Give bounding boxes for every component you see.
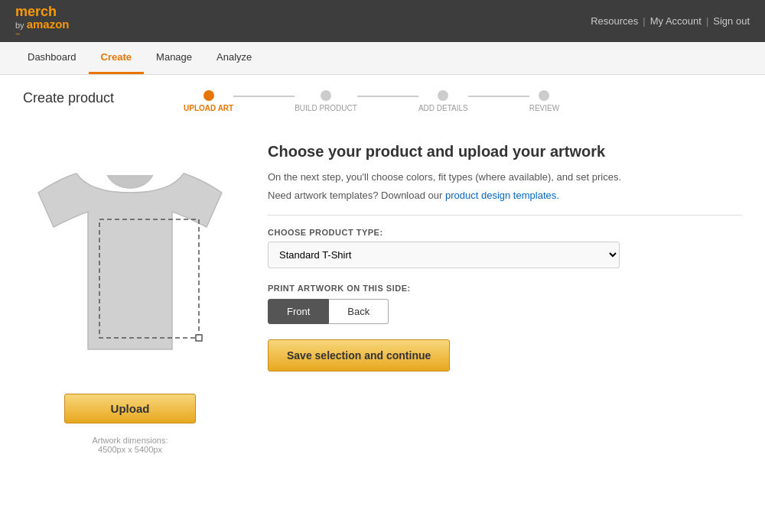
step-build-product: BUILD PRODUCT <box>295 90 357 112</box>
side-back-button[interactable]: Back <box>329 299 389 324</box>
description-1: On the next step, you'll choose colors, … <box>268 170 742 185</box>
design-templates-link[interactable]: product design templates. <box>445 190 559 201</box>
steps-bar: UPLOAD ART BUILD PRODUCT ADD DETAILS <box>184 90 742 112</box>
step-4-circle <box>539 90 549 101</box>
step-1-circle <box>203 90 214 101</box>
logo: merch by amazon ⌣ <box>15 5 69 37</box>
header-nav: Resources | My Account | Sign out <box>591 15 750 27</box>
step-2-circle <box>321 90 331 101</box>
upload-button[interactable]: Upload <box>64 394 197 423</box>
step-add-details: ADD DETAILS <box>418 90 468 112</box>
resources-link[interactable]: Resources <box>591 15 638 27</box>
artwork-dimensions: Artwork dimensions: 4500px x 5400px <box>92 436 168 454</box>
artwork-dims-label: Artwork dimensions: <box>92 436 168 445</box>
form-heading: Choose your product and upload your artw… <box>268 143 742 161</box>
sign-out-link[interactable]: Sign out <box>713 15 750 27</box>
step-1-label: UPLOAD ART <box>184 104 233 112</box>
logo-smile: ⌣ <box>15 30 69 37</box>
right-panel: Choose your product and upload your artw… <box>268 143 742 371</box>
header: merch by amazon ⌣ Resources | My Account… <box>0 0 765 42</box>
logo-merch: merch <box>15 5 69 18</box>
top-nav: Dashboard Create Manage Analyze <box>0 42 765 75</box>
step-2-label: BUILD PRODUCT <box>295 104 357 112</box>
step-line-2 <box>357 96 418 97</box>
my-account-link[interactable]: My Account <box>650 15 702 27</box>
save-selection-button[interactable]: Save selection and continue <box>268 339 450 371</box>
side-front-button[interactable]: Front <box>268 299 329 324</box>
main-content: Create product UPLOAD ART BUILD PRODUCT <box>0 75 765 469</box>
nav-manage[interactable]: Manage <box>144 42 204 74</box>
side-buttons: Front Back <box>268 299 742 324</box>
create-right: UPLOAD ART BUILD PRODUCT ADD DETAILS <box>184 90 742 135</box>
step-line-3 <box>468 96 529 97</box>
artwork-dims-value: 4500px x 5400px <box>92 445 168 454</box>
left-panel: Upload Artwork dimensions: 4500px x 5400… <box>23 143 237 454</box>
step-3-label: ADD DETAILS <box>418 104 468 112</box>
description-2-text: Need artwork templates? Download our <box>268 190 442 201</box>
step-line-1 <box>233 96 295 97</box>
create-left: Create product <box>23 90 176 122</box>
create-layout: Create product UPLOAD ART BUILD PRODUCT <box>23 90 742 135</box>
content-area: Upload Artwork dimensions: 4500px x 5400… <box>23 143 742 454</box>
page-title: Create product <box>23 90 176 106</box>
tshirt-preview <box>31 143 230 388</box>
product-type-select[interactable]: Standard T-Shirt Premium T-Shirt Long Sl… <box>268 242 620 268</box>
svg-rect-1 <box>196 335 202 341</box>
nav-create[interactable]: Create <box>89 42 144 74</box>
step-4-label: REVIEW <box>529 104 559 112</box>
nav-analyze[interactable]: Analyze <box>204 42 264 74</box>
divider <box>268 215 742 216</box>
tshirt-svg <box>31 143 230 388</box>
step-3-circle <box>438 90 448 101</box>
step-review: REVIEW <box>529 90 559 112</box>
print-side-label: PRINT ARTWORK ON THIS SIDE: <box>268 284 742 293</box>
logo-amazon: amazon <box>27 18 70 30</box>
choose-product-label: CHOOSE PRODUCT TYPE: <box>268 228 742 237</box>
step-upload-art: UPLOAD ART <box>184 90 233 112</box>
nav-dashboard[interactable]: Dashboard <box>15 42 89 74</box>
description-2: Need artwork templates? Download our pro… <box>268 188 742 203</box>
upload-btn-area: Upload <box>64 394 197 423</box>
